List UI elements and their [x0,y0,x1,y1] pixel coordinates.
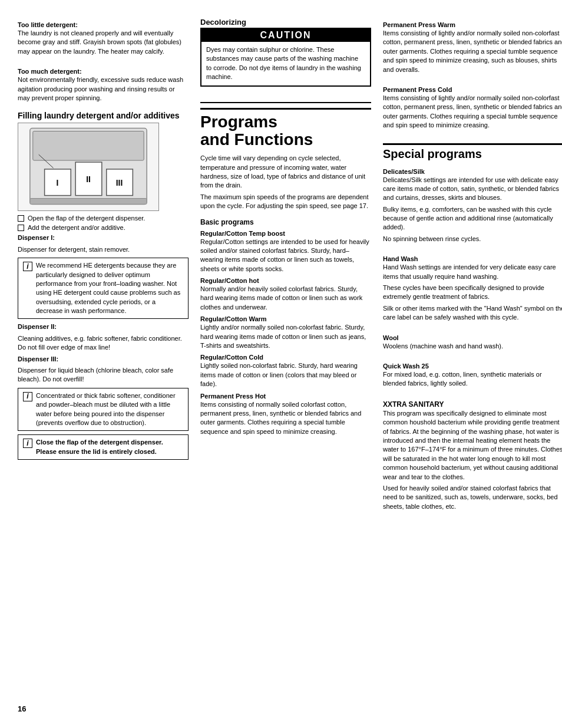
info-box-2: i Concentrated or thick fabric softener,… [18,388,189,431]
add-detergent-label: Add the detergent and/or additive. [28,224,125,231]
decolorizing-section: Decolorizing CAUTION Dyes may contain su… [200,18,371,91]
dispenser-iii-label: Dispenser III: [18,355,189,364]
dispenser-i-label: Dispenser I: [18,233,189,242]
rct-cold-body: Lightly soiled non-colorfast fabric. Stu… [200,361,371,388]
dispenser-i-body: Dispenser for detergent, stain remover. [18,245,189,254]
checkbox-open-flap: Open the flap of the detergent dispenser… [18,215,189,222]
caution-text: Dyes may contain sulphur or chlorine. Th… [201,42,370,85]
too-much-body: Not environmentally friendly, excessive … [18,75,189,103]
info-icon-1: i [23,262,32,271]
too-little-title: Too little detergent: [18,21,189,28]
pp-warm-section: Permanent Press Warm Items consisting of… [383,18,562,77]
rct-cold-title: Regular/Cotton Cold [200,354,371,361]
wool-body: Woolens (machine wash and hand wash). [383,342,562,351]
filling-title: Filling laundry detergent and/or additiv… [18,111,189,120]
xxtra-sanitary-body2: Used for heavily soiled and/or stained c… [383,484,562,511]
svg-rect-9 [30,199,147,205]
rct-hot-body: Normally and/or heavily soiled colorfast… [200,285,371,312]
svg-rect-1 [33,131,144,161]
dispenser-ii-label: Dispenser II: [18,322,189,331]
rct-hot-title: Regular/Cotton hot [200,277,371,284]
rct-warm-body: Lightly and/or normally soiled non-color… [200,323,371,350]
xxtra-sanitary-section: XXTRA SANITARY This program was specific… [383,397,562,513]
svg-text:I: I [57,178,59,187]
quick-wash-section: Quick Wash 25 For mixed load, e.g. cotto… [383,359,562,391]
pp-cold-title: Permanent Press Cold [383,86,562,93]
delicates-silk-body: Delicates/Silk settings are intended for… [383,176,562,203]
hand-wash-title: Hand Wash [383,255,562,262]
info-icon-3: i [23,439,32,448]
pp-warm-body: Items consisting of lightly and/or norma… [383,29,562,74]
hand-wash-body: Hand Wash settings are intended for very… [383,263,562,281]
dispenser-image: I II III [18,123,159,211]
hand-wash-section: Hand Wash Hand Wash settings are intende… [383,252,562,324]
delicates-silk-body2: Bulky items, e.g. comforters, can be was… [383,205,562,232]
pp-hot-title: Permanent Press Hot [200,393,371,400]
pp-warm-title: Permanent Press Warm [383,21,562,28]
too-much-title: Too much detergent: [18,68,189,75]
pp-hot-body: Items consisting of normally soiled colo… [200,400,371,437]
info-icon-2: i [23,392,32,401]
hand-wash-body3: Silk or other items marked with the "Han… [383,304,562,322]
wool-title: Wool [383,334,562,341]
info-box-1: i We recommend HE detergents because the… [18,258,189,319]
delicates-silk-section: Delicates/Silk Delicates/Silk settings a… [383,164,562,246]
caution-label: CAUTION [201,29,370,42]
delicates-silk-body3: No spinning between rinse cycles. [383,235,562,243]
programs-intro: Cycle time will vary depending on cycle … [200,154,371,190]
caution-box: CAUTION Dyes may contain sulphur or chlo… [200,28,371,87]
dispenser-iii-body: Dispenser for liquid bleach (chlorine bl… [18,366,189,384]
basic-programs-title: Basic programs [200,218,371,226]
open-flap-label: Open the flap of the detergent dispenser… [28,215,145,222]
wool-section: Wool Woolens (machine wash and hand wash… [383,331,562,353]
rct-boost-body: Regular/Cotton settings are intended to … [200,238,371,274]
dispenser-ii-body: Cleaning additives, e.g. fabric softener… [18,334,189,353]
checkbox-add-detergent: Add the detergent and/or additive. [18,224,189,231]
section-divider [200,102,371,103]
info-box-3: i Close the flap of the detergent dispen… [18,434,189,460]
xxtra-sanitary-body: This program was specifically designed t… [383,409,562,482]
info-3-text: Close the flap of the detergent dispense… [36,438,183,456]
xxtra-sanitary-title: XXTRA SANITARY [383,400,562,409]
rct-boost-title: Regular/Cotton Temp boost [200,230,371,237]
basic-programs-section: Basic programs Regular/Cotton Temp boost… [200,213,371,439]
special-programs-heading: Special programs [383,143,562,161]
pp-cold-section: Permanent Press Cold Items consisting of… [383,83,562,133]
svg-text:III: III [116,178,123,187]
too-little-body: The laundry is not cleaned properly and … [18,29,189,56]
rct-warm-title: Regular/Cotton Warm [200,315,371,322]
decolorizing-header: Decolorizing [200,18,371,27]
checkbox-icon2 [18,225,24,231]
programs-intro2: The maximum spin speeds of the programs … [200,193,371,211]
hand-wash-body2: These cycles have been specifically desi… [383,284,562,302]
svg-text:II: II [86,174,91,184]
page-number: 16 [18,704,26,713]
pp-cold-body: Items consisting of lightly and/or norma… [383,94,562,130]
quick-wash-title: Quick Wash 25 [383,363,562,370]
dispenser-svg: I II III [18,123,158,210]
programs-title: Programs and Functions [200,108,371,150]
info-1-text: We recommend HE detergents because they … [36,261,183,315]
info-2-text: Concentrated or thick fabric softener, c… [36,391,183,428]
quick-wash-body: For mixed load, e.g. cotton, linen, synt… [383,370,562,388]
delicates-silk-title: Delicates/Silk [383,168,562,175]
checkbox-icon [18,215,24,222]
